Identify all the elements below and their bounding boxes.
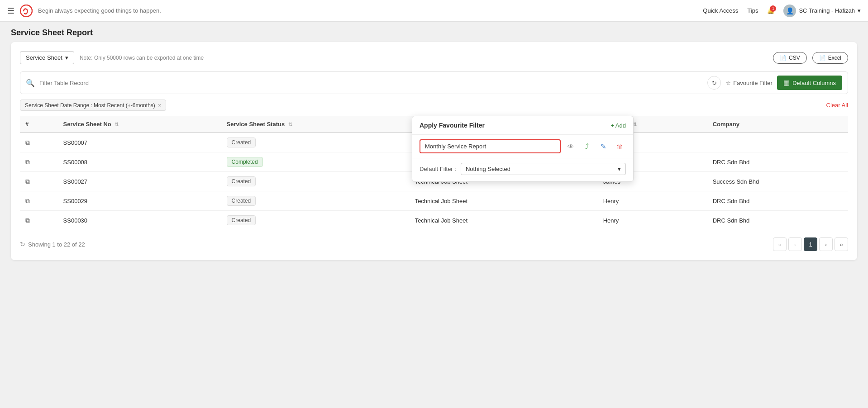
table-row: ⧉ SS00030 Created Technical Job Sheet He… [20,211,848,230]
showing-label: Showing 1 to 22 of 22 [28,241,85,248]
fav-add-button[interactable]: + Add [610,122,626,129]
page-1-button[interactable]: 1 [804,237,817,251]
navbar-left: ☰ Begin always expecting good things to … [7,5,703,17]
status-badge: Created [227,215,256,225]
showing-text: ↻ Showing 1 to 22 of 22 [20,241,85,248]
cell-status: Created [221,211,410,230]
cell-status: Created [221,172,410,191]
fav-default-label: Default Filter : [420,166,456,172]
tips-link[interactable]: Tips [747,7,758,14]
chip-close-icon[interactable]: × [158,102,162,109]
excel-label: Excel [828,55,841,61]
fav-popup-title: Apply Favourite Filter [420,122,485,129]
refresh-icon: ↻ [712,80,717,86]
csv-label: CSV [789,55,800,61]
fav-delete-button[interactable]: 🗑 [613,140,626,153]
search-icon: 🔍 [26,79,35,87]
cell-company: DRC Sdn Bhd [707,152,848,172]
excel-button[interactable]: 📄 Excel [812,52,848,64]
status-badge: Created [227,176,256,186]
toolbar-row: Service Sheet ▾ Note: Only 50000 rows ca… [20,51,848,64]
share-icon: ⤴ [585,142,589,151]
refresh-button[interactable]: ↻ [707,76,721,90]
cell-company: Success Sdn Bhd [707,172,848,191]
page-last-button[interactable]: » [835,237,848,251]
cell-company: DRC Sdn Bhd [707,191,848,211]
fav-edit-button[interactable]: ✎ [597,140,610,153]
cell-company: DRC Sdn Bhd [707,211,848,230]
external-link-icon[interactable]: ⧉ [25,197,30,204]
pagination: « ‹ 1 › » [773,237,848,251]
svg-point-0 [20,5,32,17]
service-sheet-dropdown[interactable]: Service Sheet ▾ [20,51,74,64]
col-company: Company [707,116,848,133]
status-badge: Created [227,138,256,147]
chips-row: Service Sheet Date Range : Most Recent (… [20,100,848,111]
cell-status: Completed [221,152,410,172]
cell-status: Created [221,133,410,152]
page-prev-button[interactable]: ‹ [788,237,802,251]
table-footer: ↻ Showing 1 to 22 of 22 « ‹ 1 › » [20,233,848,251]
quick-access-link[interactable]: Quick Access [703,7,738,14]
edit-icon: ✎ [601,142,606,151]
col-status[interactable]: Service Sheet Status ⇅ [221,116,410,133]
content-card: Service Sheet ▾ Note: Only 50000 rows ca… [11,42,857,260]
cell-ext-link[interactable]: ⧉ [20,133,58,152]
delete-icon: 🗑 [616,143,623,150]
fav-default-row: Default Filter : Nothing Selected ▾ [412,158,633,181]
cell-ext-link[interactable]: ⧉ [20,191,58,211]
external-link-icon[interactable]: ⧉ [25,139,30,146]
cell-ss-no: SS00027 [58,172,221,191]
navbar-right: Quick Access Tips 🔔 1 👤 SC Training - Ha… [703,5,861,17]
col-ss-no[interactable]: Service Sheet No ⇅ [58,116,221,133]
cell-ss-no: SS00007 [58,133,221,152]
dropdown-chevron-icon: ▾ [65,54,68,61]
search-input[interactable] [39,80,703,86]
page-header: Service Sheet Report [0,22,868,42]
cell-assignee: Henry [598,191,707,211]
page-title: Service Sheet Report [11,28,857,38]
bell-badge: 1 [770,5,776,12]
hamburger-icon[interactable]: ☰ [7,6,14,16]
navbar: ☰ Begin always expecting good things to … [0,0,868,22]
grid-icon: ▦ [783,79,790,87]
fav-item: Monthly Service Report 👁 ⤴ ✎ 🗑 [412,135,633,158]
sort-status-icon: ⇅ [288,122,292,127]
external-link-icon[interactable]: ⧉ [25,178,30,185]
spinner-icon: ↻ [20,241,25,248]
clear-all-button[interactable]: Clear All [826,102,848,109]
page-next-button[interactable]: › [819,237,833,251]
user-menu[interactable]: 👤 SC Training - Hafizah ▾ [783,5,861,17]
cell-ext-link[interactable]: ⧉ [20,152,58,172]
favourite-filter-button[interactable]: ☆ Favourite Filter [725,80,773,86]
col-num: # [20,116,58,133]
navbar-tagline: Begin always expecting good things to ha… [38,7,161,14]
table-row: ⧉ SS00029 Created Technical Job Sheet He… [20,191,848,211]
page-first-button[interactable]: « [773,237,787,251]
fav-default-select[interactable]: Nothing Selected ▾ [461,163,626,175]
cell-ext-link[interactable]: ⧉ [20,172,58,191]
sort-ss-no-icon: ⇅ [114,122,119,127]
bell-icon[interactable]: 🔔 1 [767,7,774,14]
main-content: Service Sheet ▾ Note: Only 50000 rows ca… [0,42,868,271]
user-icon: 👤 [786,7,794,14]
hide-icon: 👁 [568,143,574,150]
fav-item-name: Monthly Service Report [420,139,561,153]
external-link-icon[interactable]: ⧉ [25,217,30,224]
star-icon: ☆ [725,80,731,86]
csv-button[interactable]: 📄 CSV [773,52,807,64]
fav-hide-button[interactable]: 👁 [564,140,577,153]
default-columns-label: Default Columns [792,80,836,86]
user-chevron-icon: ▾ [858,7,861,14]
excel-file-icon: 📄 [819,55,826,61]
external-link-icon[interactable]: ⧉ [25,158,30,166]
default-columns-button[interactable]: ▦ Default Columns [777,76,842,90]
csv-file-icon: 📄 [780,55,787,61]
cell-ext-link[interactable]: ⧉ [20,211,58,230]
fav-filter-popup: Apply Favourite Filter + Add Monthly Ser… [412,116,634,182]
fav-share-button[interactable]: ⤴ [581,140,593,153]
export-note: Note: Only 50000 rows can be exported at… [80,55,768,61]
filter-row: 🔍 ↻ ☆ Favourite Filter ▦ Default Columns [20,71,848,94]
cell-status: Created [221,191,410,211]
chip-label: Service Sheet Date Range : Most Recent (… [25,102,155,109]
